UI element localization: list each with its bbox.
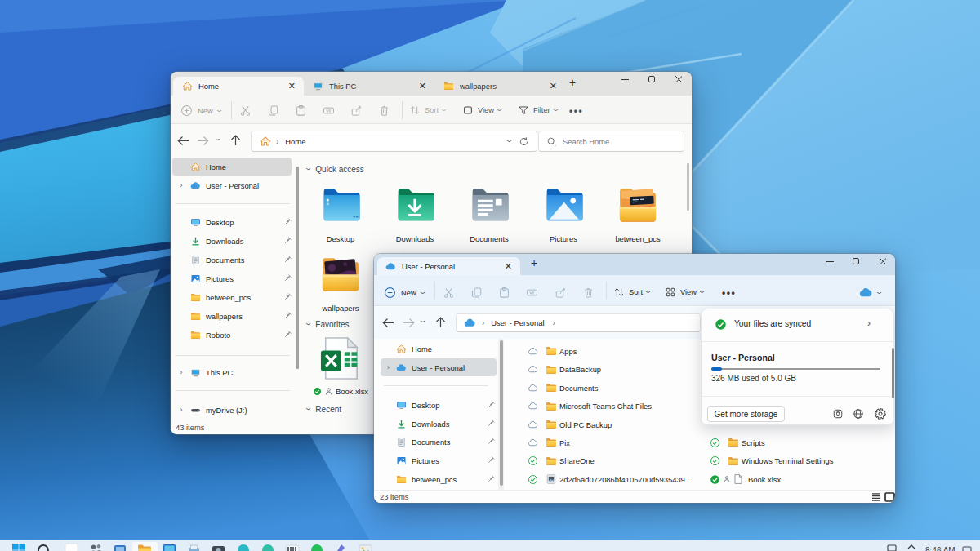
- svg-text:8:46 AM: 8:46 AM: [925, 546, 956, 551]
